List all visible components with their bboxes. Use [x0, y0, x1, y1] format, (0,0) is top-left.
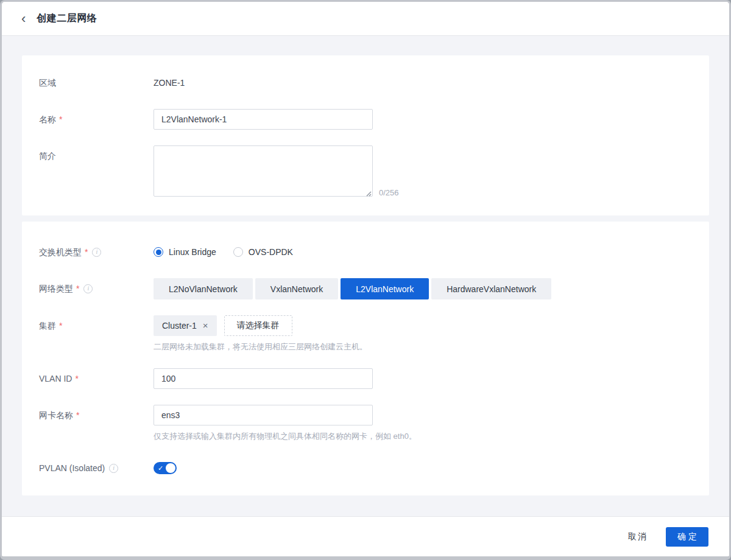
network-type-option-vxlan[interactable]: VxlanNetwork [255, 278, 338, 299]
nic-name-label: 网卡名称 [39, 405, 73, 425]
create-l2-network-window: ‹ 创建二层网络 区域 ZONE-1 名称 * [0, 0, 731, 560]
cancel-button[interactable]: 取消 [628, 531, 648, 542]
radio-checked-icon [154, 247, 163, 257]
cluster-tag-label: Cluster-1 [162, 321, 197, 331]
page-title: 创建二层网络 [37, 12, 97, 25]
network-type-segmented-control: L2NoVlanNetwork VxlanNetwork L2VlanNetwo… [154, 278, 554, 299]
form-content: 区域 ZONE-1 名称 * 简介 [2, 36, 729, 516]
vlan-id-row: VLAN ID * [39, 368, 692, 389]
cluster-label: 集群 [39, 315, 56, 336]
page-header: ‹ 创建二层网络 [2, 2, 729, 36]
name-label-wrap: 名称 * [39, 109, 154, 130]
char-counter: 0/256 [379, 187, 399, 198]
description-label: 简介 [39, 145, 56, 166]
description-row: 简介 0/256 [39, 145, 692, 198]
info-icon[interactable]: i [92, 248, 101, 257]
radio-label: Linux Bridge [169, 247, 216, 257]
zone-label: 区域 [39, 72, 56, 93]
switch-type-label: 交换机类型 [39, 242, 82, 262]
info-icon[interactable]: i [109, 464, 118, 473]
required-asterisk: * [75, 368, 78, 389]
description-textarea[interactable] [154, 145, 373, 197]
info-icon[interactable]: i [83, 284, 93, 293]
cluster-label-wrap: 集群 * [39, 315, 154, 336]
network-type-label-wrap: 网络类型 * i [39, 278, 154, 299]
nic-name-label-wrap: 网卡名称 * [39, 405, 154, 425]
pvlan-row: PVLAN (Isolated) i ✓ [39, 458, 692, 478]
vlan-id-label-wrap: VLAN ID * [39, 368, 154, 389]
cluster-tag: Cluster-1 × [154, 315, 217, 336]
nic-name-row: 网卡名称 * 仅支持选择或输入集群内所有物理机之间具体相同名称的网卡，例如 et… [39, 405, 692, 442]
zone-row: 区域 ZONE-1 [39, 72, 692, 93]
basic-info-card: 区域 ZONE-1 名称 * 简介 [22, 55, 709, 215]
zone-value: ZONE-1 [154, 72, 185, 93]
network-type-option-l2vlan[interactable]: L2VlanNetwork [341, 278, 429, 299]
network-type-row: 网络类型 * i L2NoVlanNetwork VxlanNetwork L2… [39, 278, 692, 299]
pvlan-toggle[interactable]: ✓ [154, 462, 177, 474]
pvlan-label: PVLAN (Isolated) [39, 458, 105, 478]
required-asterisk: * [85, 242, 88, 262]
nic-helper-text: 仅支持选择或输入集群内所有物理机之间具体相同名称的网卡，例如 eth0。 [154, 431, 417, 442]
vlan-id-input[interactable] [154, 368, 373, 389]
nic-name-input[interactable] [154, 405, 373, 425]
name-input[interactable] [154, 109, 373, 130]
cluster-helper-text: 二层网络未加载集群，将无法使用相应三层网络创建云主机。 [154, 341, 367, 352]
name-row: 名称 * [39, 109, 692, 130]
radio-label: OVS-DPDK [249, 247, 293, 257]
required-asterisk: * [76, 278, 79, 299]
required-asterisk: * [76, 405, 79, 425]
network-type-label: 网络类型 [39, 278, 73, 299]
switch-type-label-wrap: 交换机类型 * i [39, 242, 154, 262]
network-config-card: 交换机类型 * i Linux Bridge OVS-DPDK [22, 222, 709, 495]
confirm-button[interactable]: 确定 [666, 527, 708, 547]
radio-unchecked-icon [233, 247, 243, 257]
radio-option-linux-bridge[interactable]: Linux Bridge [154, 247, 216, 257]
cluster-row: 集群 * Cluster-1 × 请选择集群 二层网络未加载集群，将无法使用相应… [39, 315, 692, 352]
select-cluster-button[interactable]: 请选择集群 [224, 315, 292, 336]
action-footer: 取消 确定 [2, 516, 729, 556]
required-asterisk: * [59, 315, 62, 336]
zone-label-wrap: 区域 [39, 72, 154, 93]
required-asterisk: * [59, 109, 62, 130]
vlan-id-label: VLAN ID [39, 368, 72, 389]
switch-type-row: 交换机类型 * i Linux Bridge OVS-DPDK [39, 242, 692, 262]
radio-option-ovs-dpdk[interactable]: OVS-DPDK [233, 247, 293, 257]
toggle-check-icon: ✓ [158, 464, 163, 472]
pvlan-label-wrap: PVLAN (Isolated) i [39, 458, 154, 478]
name-label: 名称 [39, 109, 56, 130]
toggle-knob [166, 463, 175, 473]
network-type-option-l2novlan[interactable]: L2NoVlanNetwork [154, 278, 253, 299]
network-type-option-hardwarevxlan[interactable]: HardwareVxlanNetwork [431, 278, 551, 299]
tag-close-icon[interactable]: × [203, 321, 208, 330]
back-icon[interactable]: ‹ [21, 13, 26, 25]
description-label-wrap: 简介 [39, 145, 154, 166]
